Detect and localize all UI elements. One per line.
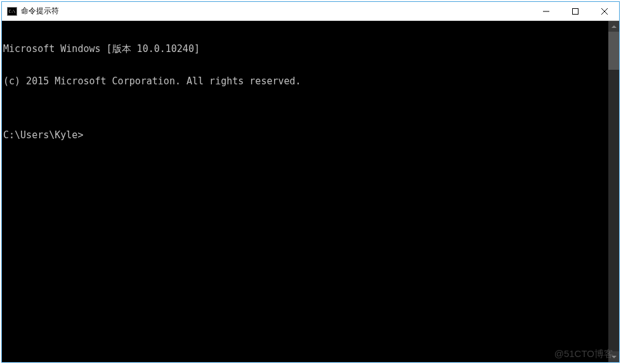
scroll-up-button[interactable] [608,21,619,32]
copyright-line: (c) 2015 Microsoft Corporation. All righ… [3,76,608,87]
titlebar[interactable]: 命令提示符 [2,2,619,21]
close-icon [601,8,608,15]
window-title: 命令提示符 [21,6,532,16]
prompt-line: C:\Users\Kyle> [3,130,608,141]
svg-rect-1 [573,8,579,14]
window-controls [532,2,619,20]
chevron-up-icon [611,25,617,28]
minimize-button[interactable] [532,2,561,20]
maximize-button[interactable] [561,2,590,20]
version-line: Microsoft Windows [版本 10.0.10240] [3,44,608,55]
scroll-down-button[interactable] [608,351,619,362]
maximize-icon [572,8,579,15]
terminal-output[interactable]: Microsoft Windows [版本 10.0.10240] (c) 20… [2,21,608,362]
cmd-icon [7,7,17,16]
vertical-scrollbar[interactable] [608,21,619,362]
minimize-icon [543,8,549,15]
chevron-down-icon [611,356,617,358]
client-area: Microsoft Windows [版本 10.0.10240] (c) 20… [2,21,619,362]
command-prompt-window: 命令提示符 Microsoft Windows [版本 10.0.10240] … [1,1,620,363]
prompt-text: C:\Users\Kyle> [3,130,83,141]
scroll-thumb[interactable] [608,32,619,70]
close-button[interactable] [590,2,619,20]
